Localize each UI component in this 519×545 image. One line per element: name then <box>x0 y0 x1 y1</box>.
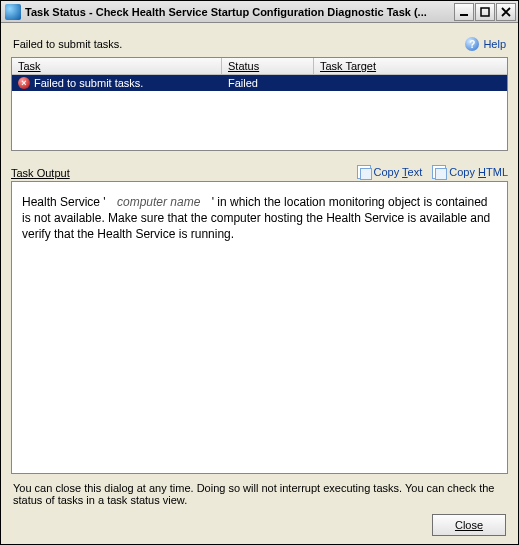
output-box[interactable]: Health Service ' computer name ' in whic… <box>11 181 508 474</box>
copy-text-label: Copy Text <box>374 166 423 178</box>
svg-rect-0 <box>460 14 468 16</box>
output-label: Task Output <box>11 167 70 179</box>
help-link[interactable]: ? Help <box>465 37 506 51</box>
button-row: Close <box>11 514 508 536</box>
cell-task-text: Failed to submit tasks. <box>34 77 143 89</box>
column-header-target[interactable]: Task Target <box>314 58 507 75</box>
minimize-button[interactable] <box>454 3 474 21</box>
task-table-header: Task Status Task Target <box>12 58 507 75</box>
close-window-button[interactable] <box>496 3 516 21</box>
copy-links: Copy Text Copy HTML <box>357 165 508 179</box>
output-header-row: Task Output Copy Text Copy HTML <box>11 165 508 181</box>
titlebar[interactable]: Task Status - Check Health Service Start… <box>1 1 518 23</box>
close-button[interactable]: Close <box>432 514 506 536</box>
maximize-icon <box>480 7 490 17</box>
minimize-icon <box>459 7 469 17</box>
column-header-task[interactable]: Task <box>12 58 222 75</box>
task-table: Task Status Task Target × Failed to subm… <box>11 57 508 151</box>
client-area: Failed to submit tasks. ? Help Task Stat… <box>1 23 518 544</box>
dialog-window: Task Status - Check Health Service Start… <box>0 0 519 545</box>
copy-text-link[interactable]: Copy Text <box>357 165 423 179</box>
close-icon <box>501 7 511 17</box>
cell-task: × Failed to submit tasks. <box>12 77 222 89</box>
help-label: Help <box>483 38 506 50</box>
window-title: Task Status - Check Health Service Start… <box>25 6 449 18</box>
footer-note: You can close this dialog at any time. D… <box>11 474 508 514</box>
table-row[interactable]: × Failed to submit tasks. Failed <box>12 75 507 91</box>
help-icon: ? <box>465 37 479 51</box>
output-placeholder: computer name <box>109 195 208 209</box>
cell-status: Failed <box>222 77 314 89</box>
svg-rect-1 <box>481 8 489 16</box>
app-icon <box>5 4 21 20</box>
status-message: Failed to submit tasks. <box>13 38 122 50</box>
copy-html-label: Copy HTML <box>449 166 508 178</box>
titlebar-buttons <box>453 3 516 21</box>
copy-html-link[interactable]: Copy HTML <box>432 165 508 179</box>
output-prefix: Health Service ' <box>22 195 106 209</box>
copy-html-icon <box>432 165 446 179</box>
copy-text-icon <box>357 165 371 179</box>
status-row: Failed to submit tasks. ? Help <box>11 33 508 57</box>
error-icon: × <box>18 77 30 89</box>
column-header-status[interactable]: Status <box>222 58 314 75</box>
maximize-button[interactable] <box>475 3 495 21</box>
